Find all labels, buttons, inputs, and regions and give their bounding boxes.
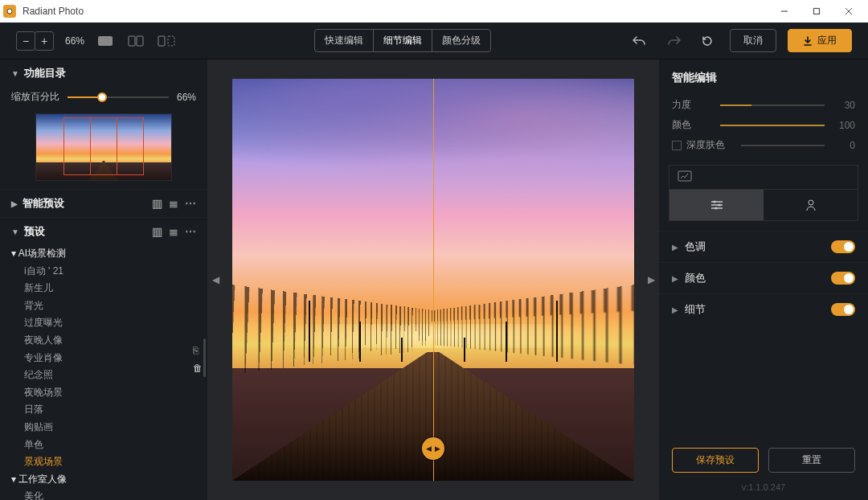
reset-button[interactable]: 重置 (768, 448, 855, 473)
view-compare-icon[interactable] (157, 33, 176, 49)
param-value: 30 (831, 100, 855, 111)
accordion: ▶ 色调 ▶ 颜色 ▶ 细节 (659, 231, 868, 325)
redo-button[interactable] (662, 30, 685, 52)
toolbar: − + 66% 快速编辑 细节编辑 颜色分级 取消 应用 (0, 23, 868, 59)
accordion-tone[interactable]: ▶ 色调 (659, 231, 868, 262)
section-presets-header[interactable]: ▼ 预设 ▥ ≣ ⋯ (0, 218, 207, 245)
list-view-icon[interactable]: ≣ (169, 197, 178, 210)
tab-color-grade[interactable]: 颜色分级 (432, 30, 490, 51)
zoom-slider[interactable] (68, 92, 169, 103)
toggle-switch[interactable] (831, 240, 855, 253)
zoom-value: 66% (65, 35, 84, 47)
section-presets-label: 预设 (24, 224, 45, 239)
param-slider[interactable] (720, 100, 825, 110)
chevron-down-icon: ▼ (11, 69, 19, 78)
chevron-right-icon: ▶ (672, 243, 678, 252)
zoom-out-button[interactable]: − (16, 31, 35, 51)
left-panel: ▼ 功能目录 缩放百分比 66% ▶ 智能预设 ▥ ≣ (0, 59, 207, 500)
preset-item[interactable]: 夜晚人像 (24, 332, 196, 350)
navigator-thumbnail[interactable] (35, 113, 172, 181)
right-panel-title: 智能编辑 (659, 66, 868, 95)
preset-actions: ⎘ 🗑 (193, 345, 203, 374)
tab-quick-edit[interactable]: 快速编辑 (315, 30, 374, 51)
grid-view-icon[interactable]: ▥ (152, 225, 162, 238)
param-label: 力度 (672, 98, 714, 112)
apply-button[interactable]: 应用 (788, 29, 852, 52)
view-split-icon[interactable] (126, 33, 145, 49)
svg-rect-5 (98, 36, 113, 46)
toggle-switch[interactable] (831, 303, 855, 316)
compare-handle[interactable] (422, 437, 444, 460)
preset-item[interactable]: i自动 ' 21 (24, 263, 196, 281)
preset-item-active[interactable]: 景观场景 (24, 453, 196, 471)
chevron-down-icon: ▼ (11, 227, 19, 236)
param-checkbox[interactable] (672, 141, 682, 150)
reset-view-button[interactable] (696, 30, 719, 52)
preset-item[interactable]: 美化 (24, 488, 196, 500)
toggle-switch[interactable] (831, 272, 855, 285)
preset-item[interactable]: 日落 (24, 401, 196, 419)
cancel-button[interactable]: 取消 (730, 29, 776, 52)
section-catalog-header[interactable]: ▼ 功能目录 (0, 59, 207, 87)
param-label: 深度肤色 (686, 138, 735, 152)
svg-rect-8 (158, 36, 165, 46)
prev-image-button[interactable]: ◀ (210, 265, 221, 294)
next-image-button[interactable]: ▶ (645, 265, 657, 294)
zoom-in-button[interactable]: + (35, 31, 54, 51)
chevron-right-icon: ▶ (672, 274, 678, 283)
person-icon (805, 199, 817, 211)
window-minimize-button[interactable] (768, 0, 800, 23)
grid-view-icon[interactable]: ▥ (152, 197, 162, 210)
right-panel: 智能编辑 力度 30 颜色 100 深度肤色 0 (659, 59, 868, 500)
preset-item[interactable]: 夜晚场景 (24, 384, 196, 402)
list-view-icon[interactable]: ≣ (169, 225, 178, 238)
section-presets: ▼ 预设 ▥ ≣ ⋯ ▾ AI场景检测 i自动 ' 21 新生儿 背光 过度曝光 (0, 217, 207, 500)
preset-group-ai-scene[interactable]: ▾ AI场景检测 (11, 245, 196, 263)
svg-rect-10 (678, 171, 691, 181)
preset-item[interactable]: 新生儿 (24, 280, 196, 297)
zoom-percent-label: 缩放百分比 (11, 90, 59, 104)
chevron-right-icon: ▶ (672, 305, 678, 314)
subtab-portrait[interactable] (764, 190, 858, 220)
more-icon[interactable]: ⋯ (185, 225, 196, 238)
right-subtabs (669, 189, 858, 221)
view-single-icon[interactable] (96, 33, 115, 49)
param-deep-skin: 深度肤色 0 (659, 135, 868, 155)
accordion-color[interactable]: ▶ 颜色 (659, 262, 868, 293)
svg-rect-6 (129, 36, 135, 46)
window-maximize-button[interactable] (800, 0, 833, 23)
param-slider[interactable] (720, 121, 825, 130)
window-close-button[interactable] (833, 0, 865, 23)
preset-item[interactable]: 购贴画 (24, 419, 196, 436)
quick-apply-icon[interactable]: ⎘ (193, 345, 203, 356)
param-value: 100 (831, 120, 855, 131)
preset-item[interactable]: 背光 (24, 297, 196, 315)
preset-item[interactable]: 单色 (24, 436, 196, 454)
section-smart-presets-header[interactable]: ▶ 智能预设 ▥ ≣ ⋯ (0, 190, 207, 217)
more-icon[interactable]: ⋯ (185, 197, 196, 210)
preset-item[interactable]: 过度曝光 (24, 314, 196, 332)
save-preset-button[interactable]: 保存预设 (672, 448, 759, 473)
image-canvas[interactable] (232, 79, 634, 481)
accordion-detail[interactable]: ▶ 细节 (659, 293, 868, 325)
tab-detail-edit[interactable]: 细节编辑 (374, 30, 432, 51)
undo-button[interactable] (628, 30, 651, 52)
zoom-percent-row: 缩放百分比 66% (0, 87, 207, 112)
svg-point-12 (718, 203, 720, 206)
param-strength: 力度 30 (659, 95, 868, 115)
version-label: v:1.1.0.247 (659, 477, 868, 500)
delete-icon[interactable]: 🗑 (193, 363, 203, 374)
histogram-icon[interactable] (669, 166, 700, 189)
svg-rect-2 (814, 9, 820, 14)
param-slider[interactable] (741, 141, 825, 150)
svg-rect-7 (137, 36, 143, 46)
svg-point-14 (809, 200, 813, 205)
preset-item[interactable]: 纪念照 (24, 367, 196, 384)
preset-scrollbar[interactable] (203, 338, 206, 377)
zoom-percent-value: 66% (177, 92, 196, 103)
sliders-icon (710, 199, 724, 211)
preset-group-studio-portrait[interactable]: ▾ 工作室人像 (11, 471, 196, 489)
subtab-adjust[interactable] (669, 190, 764, 220)
compare-divider[interactable] (433, 79, 434, 481)
preset-item[interactable]: 专业肖像 (24, 350, 196, 367)
